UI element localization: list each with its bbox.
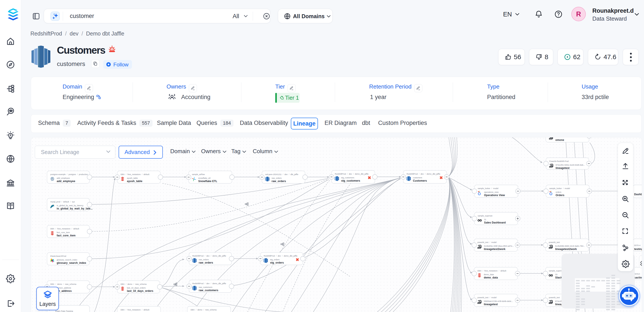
- svg-text:5c2bd38b-6980-44c5-9a81-7b3...: 5c2bd38b-6980-44c5-9a81-7b3...: [555, 245, 585, 247]
- svg-text:ayush_table: ayush_table: [127, 180, 142, 183]
- svg-text:sample_looker / model: sample_looker / model: [478, 187, 498, 190]
- svg-text:Operations View: Operations View: [484, 194, 505, 197]
- svg-text:raw_orders: raw_orders: [272, 180, 286, 183]
- svg-text:postgres-example / postgres /: postgres-example / postgres / production: [50, 173, 88, 176]
- svg-text:Snowflake ETL: Snowflake ETL: [198, 180, 217, 183]
- svg-text:omone: omone: [556, 138, 564, 141]
- svg-text:person_address: person_address: [57, 287, 71, 289]
- svg-text:testing: testing: [634, 248, 642, 251]
- svg-text:872e1f0c-500e-4e28-84d5-9eb...: 872e1f0c-500e-4e28-84d5-9eb...: [556, 164, 585, 166]
- svg-text:RedshiftProd / dev / demo_dbt_: RedshiftProd / dev / demo_dbt_jaffle: [264, 255, 298, 257]
- svg-text:33: 33: [555, 273, 557, 276]
- svg-text:RedshiftProd / dev / demo_dbt_: RedshiftProd / dev / demo_dbt_jaffle: [406, 173, 440, 175]
- svg-text:demo_data: demo_data: [484, 273, 494, 276]
- svg-text:fact_core_item: fact_core_item: [57, 234, 76, 237]
- svg-text:io_global_by_wait_by_late...: io_global_by_wait_by_late...: [57, 207, 92, 210]
- svg-text:io_global_by_wait_by_latency: io_global_by_wait_by_latency: [57, 204, 83, 207]
- svg-text:last_10_days_orders: last_10_days_orders: [127, 289, 154, 292]
- svg-text:powerbi_test: powerbi_test: [549, 296, 560, 299]
- svg-text:powerbi_test / model: powerbi_test / model: [478, 241, 496, 243]
- svg-text:lineagetest: lineagetest: [484, 303, 498, 306]
- svg-text:powerbi_test: powerbi_test: [549, 241, 560, 243]
- svg-text:on_address: on_address: [57, 289, 72, 292]
- svg-text:sactio: sactio: [634, 276, 642, 279]
- svg-text:lineagetest2work: lineagetest2work: [484, 248, 506, 251]
- svg-text:31: 31: [484, 218, 486, 221]
- svg-text:32412:: 32412:: [634, 273, 640, 275]
- svg-text:sample_looker / model: sample_looker / model: [549, 187, 570, 190]
- svg-text:Sales Dashboard: Sales Dashboard: [484, 221, 506, 224]
- svg-text:operations_view: operations_view: [484, 191, 499, 193]
- svg-text:add_employee: add_employee: [57, 180, 75, 183]
- svg-text:glossary_search_index: glossary_search_index: [57, 261, 86, 264]
- svg-text:Exam Rate Passing: Exam Rate Passing: [55, 310, 73, 312]
- svg-text:fact_core_item: fact_core_item: [57, 231, 70, 234]
- svg-text:orders: orders: [556, 191, 561, 193]
- svg-text:raw_customers: raw_customers: [199, 286, 212, 288]
- svg-text:raw_customers: raw_customers: [199, 289, 218, 292]
- svg-text:Dashbo: Dashbo: [634, 193, 642, 196]
- svg-text:RedshiftProd / dev / demo_dbt_: RedshiftProd / dev / demo_dbt_jaffle: [335, 173, 368, 175]
- svg-text:demo_data: demo_data: [484, 276, 498, 279]
- svg-text:powerbi_test / model: powerbi_test / model: [478, 296, 496, 299]
- svg-text:customers: customers: [413, 177, 422, 179]
- svg-text:ayush_table: ayush_table: [127, 177, 138, 179]
- svg-text:raw_orders: raw_orders: [199, 261, 213, 264]
- svg-text:314bd25e-339f-4bea-8f20-a67e..: 314bd25e-339f-4bea-8f20-a67e...: [484, 245, 514, 247]
- svg-text:RedshiftProd / dev / demo_dbt_: RedshiftProd / dev / demo_dbt_jaffle: [192, 282, 226, 285]
- svg-text:lineagetest2work: lineagetest2work: [555, 248, 577, 251]
- svg-text:ElasticSearchProd: ElasticSearchProd: [50, 255, 66, 257]
- svg-text:snowflake_etl: snowflake_etl: [198, 177, 210, 179]
- svg-text:add_employee: add_employee: [57, 177, 70, 179]
- svg-text:RedshiftProd / dev / demo_dbt_: RedshiftProd / dev / demo_dbt_jaffle: [192, 255, 226, 257]
- svg-text:stg_customers: stg_customers: [341, 177, 354, 179]
- svg-text:stg_orders: stg_orders: [270, 261, 284, 264]
- svg-text:sample_superset: sample_superset: [478, 215, 492, 217]
- svg-text:Powerbi-Redshift-Prod: Powerbi-Redshift-Prod: [549, 160, 569, 162]
- svg-text:sample_airflow: sample_airflow: [192, 173, 205, 176]
- svg-text:DBX / demo / new_schema: DBX / demo / new_schema: [50, 283, 76, 285]
- svg-text:lineagetest: lineagetest: [556, 167, 570, 170]
- svg-text:DBX / demo / new_schema: DBX / demo / new_schema: [120, 283, 146, 285]
- svg-text:stg_customers: stg_customers: [341, 179, 360, 182]
- svg-text:glossary_search_index: glossary_search_index: [57, 259, 77, 261]
- svg-text:f4fd30a6-57d6-4cf9-bd4b-de9c..: f4fd30a6-57d6-4cf9-bd4b-de9c...: [484, 300, 513, 302]
- svg-text:raw_orders: raw_orders: [272, 177, 282, 179]
- svg-text:last_10_days_orders: last_10_days_orders: [127, 287, 146, 289]
- svg-text:raw_orders: raw_orders: [199, 258, 209, 261]
- svg-text:0370-4: 0370-4: [634, 244, 640, 246]
- svg-text:Customers: Customers: [413, 179, 427, 182]
- svg-text:Orders: Orders: [556, 194, 564, 197]
- svg-text:stg_orders: stg_orders: [270, 258, 280, 261]
- svg-text:DBX / demo / new_schema: DBX / demo / new_schema: [190, 309, 217, 311]
